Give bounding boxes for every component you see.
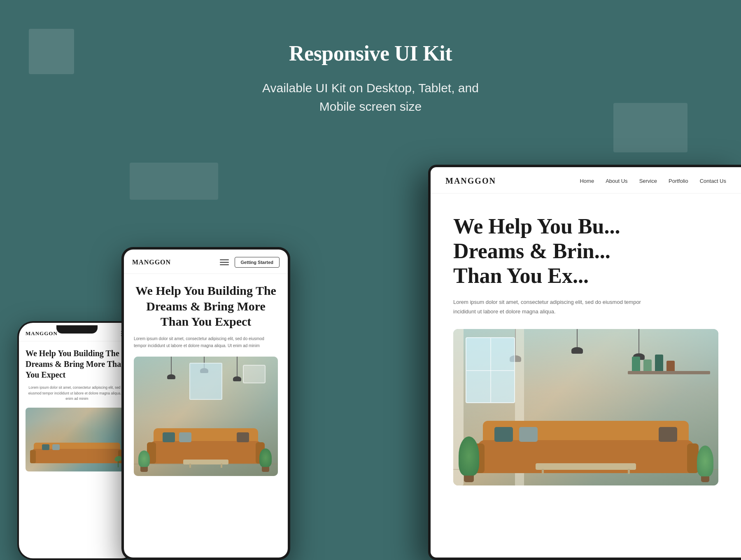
desktop-plant-right xyxy=(696,441,714,482)
desktop-device: MANGGON Home About Us Service Portfolio … xyxy=(428,165,741,560)
tablet-body-text: Lorem ipsum dolor sit amet, consectetur … xyxy=(134,335,278,349)
nav-link-portfolio[interactable]: Portfolio xyxy=(669,178,688,184)
tablet-content: We Help You Building The Dreams & Bring … xyxy=(124,274,288,485)
tablet-hamburger-icon[interactable] xyxy=(220,259,229,265)
nav-link-service[interactable]: Service xyxy=(639,178,657,184)
nav-link-contact[interactable]: Contact Us xyxy=(700,178,726,184)
phone-content: We Help You Building The Dreams & Bring … xyxy=(19,341,135,478)
bg-decoration-mid xyxy=(130,163,218,200)
tablet-getting-started-button[interactable]: Getting Started xyxy=(235,257,280,268)
phone-sofa xyxy=(32,441,122,463)
desktop-heading: We Help You Bu...Dreams & Brin...Than Yo… xyxy=(453,214,692,288)
desktop-screen: MANGGON Home About Us Service Portfolio … xyxy=(431,167,741,558)
desktop-wrapper: MANGGON Home About Us Service Portfolio … xyxy=(428,165,741,560)
phone-logo: MANGGON xyxy=(26,330,58,337)
tablet-room-image xyxy=(134,357,278,476)
desktop-body-text: Lorem ipsum dolor sit amet, consectetur … xyxy=(453,298,659,317)
desktop-coffee-table xyxy=(536,463,636,470)
phone-device: MANGGON We Help You Building The Dreams … xyxy=(17,321,137,560)
subtitle-line2: Mobile screen size xyxy=(319,100,422,113)
lamp-cord-1 xyxy=(171,357,172,379)
tablet-nav-right: Getting Started xyxy=(220,257,280,268)
phone-wrapper: MANGGON We Help You Building The Dreams … xyxy=(17,321,137,560)
phone-room-image xyxy=(26,408,128,471)
tablet-plant-right xyxy=(259,447,272,472)
tablet-screen: MANGGON Getting Started We Help You Buil… xyxy=(124,250,288,558)
tablet-wrapper: MANGGON Getting Started We Help You Buil… xyxy=(121,247,290,560)
wall-art xyxy=(243,365,266,383)
desktop-nav-links: Home About Us Service Portfolio Contact … xyxy=(580,178,726,184)
tablet-heading: We Help You Building The Dreams & Bring … xyxy=(134,283,278,329)
phone-plant xyxy=(114,451,122,467)
phone-body-text: Lorem ipsum dolor sit amet, consectetur … xyxy=(26,385,128,402)
phone-heading: We Help You Building The Dreams & Bring … xyxy=(26,348,128,380)
lamp-cord-3 xyxy=(237,357,238,381)
nav-link-about[interactable]: About Us xyxy=(606,178,627,184)
phone-notch xyxy=(56,325,98,334)
page-title: Responsive UI Kit xyxy=(0,41,741,65)
subtitle-line1: Available UI Kit on Desktop, Tablet, and xyxy=(262,81,479,95)
tablet-logo: MANGGON xyxy=(132,259,171,266)
tablet-sofa xyxy=(150,425,261,464)
desktop-plant-left xyxy=(457,433,480,482)
desktop-logo: MANGGON xyxy=(445,176,496,186)
phone-screen: MANGGON We Help You Building The Dreams … xyxy=(19,323,135,558)
desktop-window xyxy=(466,337,515,403)
tablet-window xyxy=(189,363,222,400)
desktop-shelf xyxy=(628,341,710,374)
tablet-nav: MANGGON Getting Started xyxy=(124,250,288,274)
page-subtitle: Available UI Kit on Desktop, Tablet, and… xyxy=(0,79,741,116)
desktop-lamp-2 xyxy=(577,329,578,354)
desktop-content: We Help You Bu...Dreams & Brin...Than Yo… xyxy=(431,194,741,502)
tablet-device: MANGGON Getting Started We Help You Buil… xyxy=(121,247,290,560)
nav-link-home[interactable]: Home xyxy=(580,178,594,184)
desktop-room-image xyxy=(453,329,718,485)
header-section: Responsive UI Kit Available UI Kit on De… xyxy=(0,41,741,116)
tablet-plant-left xyxy=(138,449,150,472)
desktop-nav: MANGGON Home About Us Service Portfolio … xyxy=(431,167,741,194)
